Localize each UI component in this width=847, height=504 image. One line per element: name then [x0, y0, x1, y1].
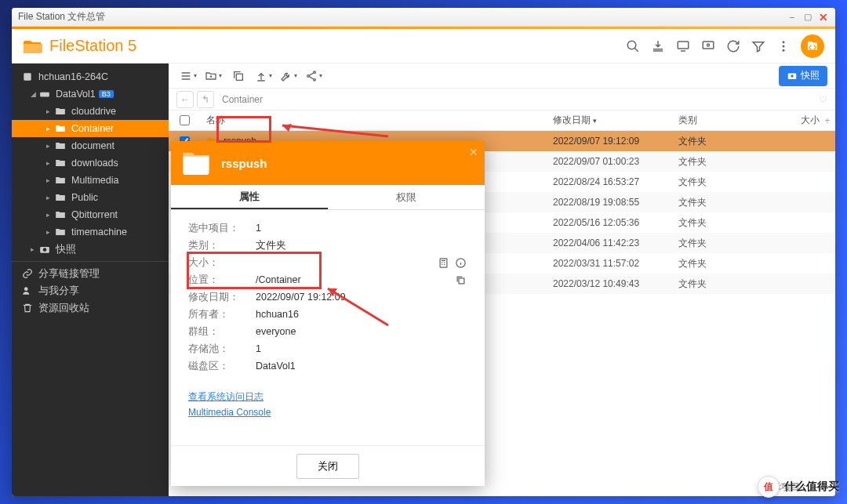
tools-button[interactable]: ▾ [277, 66, 300, 86]
tree-folder-timemachine[interactable]: ▸timemachine [12, 223, 169, 241]
refresh-button[interactable] [722, 35, 744, 57]
link-multimedia-console[interactable]: Multimedia Console [188, 407, 467, 418]
nas-icon [21, 71, 34, 83]
val-mtime: 2022/09/07 19:12:09 [256, 292, 467, 303]
row-type: 文件夹 [678, 257, 780, 270]
breadcrumb-path[interactable]: Container [222, 94, 263, 105]
table-header: 名称 修改日期 ▾ 类别 大小 + [169, 111, 835, 131]
row-date: 2022/09/07 01:00:23 [553, 156, 678, 167]
column-date[interactable]: 修改日期 ▾ [553, 114, 678, 127]
remote-button[interactable] [672, 35, 694, 57]
snapshot-button[interactable]: 快照 [779, 66, 827, 86]
search-button[interactable] [622, 35, 644, 57]
svg-point-5 [783, 45, 785, 47]
select-all-checkbox[interactable] [180, 115, 190, 125]
share-button[interactable]: ▾ [302, 66, 325, 86]
svg-rect-1 [678, 42, 689, 49]
row-date: 2022/04/06 11:42:23 [553, 237, 678, 248]
tree-folder-clouddrive[interactable]: ▸clouddrive [12, 103, 169, 120]
network-button[interactable] [697, 35, 719, 57]
calculator-icon[interactable] [436, 256, 450, 270]
nav-up-button[interactable]: ↰ [197, 91, 214, 108]
tree-folder-qbittorrent[interactable]: ▸Qbittorrent [12, 206, 169, 223]
folder-icon [54, 157, 67, 169]
chevron-right-icon: ▸ [46, 142, 54, 150]
chevron-right-icon: ▸ [31, 245, 38, 253]
tree-root[interactable]: hchuan16-264C [12, 68, 169, 85]
sort-desc-icon: ▾ [593, 117, 597, 125]
share-link-mgmt[interactable]: 分享链接管理 [12, 265, 169, 282]
svg-rect-20 [459, 278, 464, 284]
tab-attributes[interactable]: 属性 [171, 185, 328, 209]
sidebar[interactable]: hchuan16-264C ◢ DataVol1 B3 ▸clouddrive▸… [12, 63, 169, 496]
nav-back-button[interactable]: ← [176, 91, 194, 108]
row-date: 2022/08/24 16:53:27 [553, 176, 678, 187]
add-column-button[interactable]: + [820, 115, 835, 126]
row-type: 文件夹 [678, 277, 780, 291]
tree-snapshot-label: 快照 [56, 243, 76, 256]
info-icon[interactable] [453, 256, 467, 270]
row-date: 2022/03/12 10:49:43 [553, 278, 678, 289]
user-avatar-button[interactable] [801, 34, 824, 58]
close-button[interactable]: 关闭 [296, 454, 359, 479]
row-type: 文件夹 [678, 155, 780, 169]
val-volume: DataVol1 [256, 361, 467, 372]
folder-logo-icon [23, 38, 43, 54]
svg-point-11 [24, 287, 28, 291]
watermark: 值 什么值得买 [758, 476, 839, 498]
more-menu-button[interactable] [772, 35, 794, 57]
camera-icon [38, 243, 51, 256]
create-button[interactable]: ▾ [202, 66, 225, 86]
svg-rect-8 [40, 92, 49, 97]
close-button[interactable]: ✕ [818, 12, 829, 23]
shared-with-me[interactable]: 与我分享 [12, 282, 169, 299]
column-name[interactable]: 名称 [200, 114, 553, 127]
column-type[interactable]: 类别 [678, 114, 780, 127]
titlebar[interactable]: File Station 文件总管 − ▢ ✕ [12, 8, 835, 27]
folder-icon [54, 140, 67, 152]
favorite-button[interactable]: ♡ [819, 94, 827, 105]
tree-folder-document[interactable]: ▸document [12, 137, 169, 154]
chevron-right-icon: ▸ [46, 211, 54, 219]
svg-point-10 [43, 248, 47, 252]
val-group: everyone [256, 326, 467, 337]
svg-point-14 [307, 74, 310, 77]
row-date: 2022/03/31 11:57:02 [553, 258, 678, 269]
copy-button[interactable] [227, 66, 250, 86]
copy-path-icon[interactable] [453, 273, 467, 287]
tree-folder-downloads[interactable]: ▸downloads [12, 154, 169, 172]
header: FileStation 5 [12, 29, 835, 63]
divider [12, 261, 169, 262]
tree-folder-container[interactable]: ▸Container [12, 120, 169, 137]
tree-volume[interactable]: ◢ DataVol1 B3 [12, 85, 169, 103]
properties-dialog[interactable]: rsspush ✕ 属性 权限 选中项目：1 类别：文件夹 大小： 位置：/Co… [171, 141, 485, 486]
tab-permissions[interactable]: 权限 [328, 185, 485, 209]
chevron-right-icon: ▸ [46, 194, 54, 201]
dialog-body: 选中项目：1 类别：文件夹 大小： 位置：/Container 修改日期：202… [171, 210, 485, 445]
recycle-bin[interactable]: 资源回收站 [12, 299, 169, 317]
toolbar: ▾ ▾ ▾ ▾ ▾ 快照 [169, 63, 835, 89]
maximize-button[interactable]: ▢ [802, 12, 813, 23]
dialog-close-button[interactable]: ✕ [469, 146, 478, 158]
view-mode-button[interactable]: ▾ [176, 66, 200, 86]
upload-button[interactable]: ▾ [252, 66, 275, 86]
download-button[interactable] [647, 35, 669, 57]
tree-folder-multimedia[interactable]: ▸Multimedia [12, 172, 169, 189]
minimize-button[interactable]: − [787, 12, 798, 23]
row-type: 文件夹 [678, 237, 780, 250]
chevron-right-icon: ▸ [46, 125, 54, 132]
tree-snapshot[interactable]: ▸ 快照 [12, 241, 169, 258]
svg-point-6 [783, 49, 785, 51]
link-system-log[interactable]: 查看系统访问日志 [188, 390, 467, 404]
chevron-right-icon: ▸ [46, 107, 54, 115]
row-date: 2022/09/07 19:12:09 [553, 136, 678, 147]
chevron-right-icon: ▸ [46, 176, 54, 184]
folder-icon [54, 174, 67, 187]
dialog-header[interactable]: rsspush ✕ [171, 141, 485, 185]
filter-button[interactable] [747, 35, 769, 57]
tree-folder-public[interactable]: ▸Public [12, 189, 169, 206]
val-owner: hchuan16 [256, 309, 467, 320]
svg-point-15 [314, 78, 316, 81]
svg-point-3 [707, 44, 710, 46]
column-size[interactable]: 大小 [780, 114, 820, 127]
